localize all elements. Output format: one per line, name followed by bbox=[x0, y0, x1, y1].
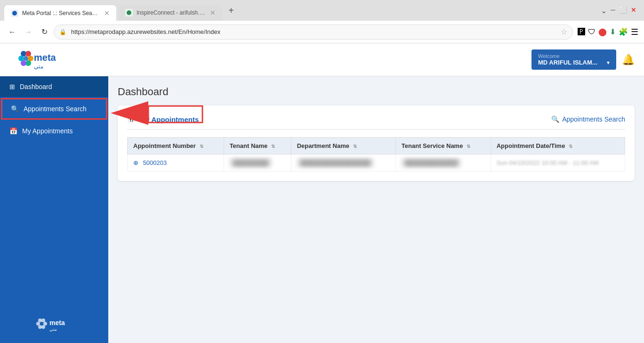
department-name-value: ████████████████ bbox=[297, 158, 374, 167]
sort-icon-4: ⇅ bbox=[569, 144, 572, 149]
sidebar-footer: meta متي bbox=[0, 309, 108, 343]
sidebar-item-my-appointments[interactable]: 📅 My Appointments bbox=[0, 121, 108, 141]
svg-point-18 bbox=[38, 325, 42, 329]
sort-icon-1: ⇅ bbox=[271, 144, 275, 149]
dashboard-icon: ⊞ bbox=[9, 83, 15, 90]
table-header-row: Appointment Number ⇅ Tenant Name ⇅ Depar… bbox=[128, 138, 625, 155]
tab-meta[interactable]: Meta Portal :.: Services Search ✕ bbox=[4, 5, 117, 21]
extensions-icon[interactable]: ⬤ bbox=[598, 27, 607, 36]
app-body: ⊞ Dashboard 🔍 Appointments Search 📅 My A… bbox=[0, 76, 644, 343]
app-logo: meta متي bbox=[9, 47, 66, 73]
lock-icon: 🔒 bbox=[59, 29, 66, 35]
svg-point-8 bbox=[24, 56, 28, 61]
sort-icon-3: ⇅ bbox=[467, 144, 470, 149]
cell-department-name: ████████████████ bbox=[291, 155, 395, 172]
notification-bell[interactable]: 🔔 bbox=[622, 54, 635, 66]
dropdown-chevron: ▾ bbox=[607, 59, 610, 66]
header-right: Welcome MD ARIFUL ISLAM... ▾ 🔔 bbox=[531, 49, 635, 70]
sidebar-footer-logo: meta متي bbox=[33, 317, 75, 335]
svg-point-17 bbox=[41, 325, 45, 329]
appointment-datetime-value: Sun 04/10/2022 10:00 AM - 11:00 AM bbox=[497, 159, 599, 166]
sidebar: ⊞ Dashboard 🔍 Appointments Search 📅 My A… bbox=[0, 76, 108, 343]
svg-point-1 bbox=[127, 10, 131, 15]
tab-bar: Meta Portal :.: Services Search ✕ Inspir… bbox=[0, 0, 644, 21]
app-header: meta متي Welcome MD ARIFUL ISLAM... ▾ 🔔 bbox=[0, 43, 644, 76]
svg-point-16 bbox=[43, 322, 47, 326]
card-header: 📅 My Appointments 🔍 Appointments Search bbox=[127, 115, 625, 130]
col-tenant-name[interactable]: Tenant Name ⇅ bbox=[224, 138, 291, 155]
browser-chrome: Meta Portal :.: Services Search ✕ Inspir… bbox=[0, 0, 644, 43]
browser-minimize[interactable]: ⌄ ─ ⬜ ✕ bbox=[601, 6, 640, 15]
sidebar-appointments-search-label: Appointments Search bbox=[24, 105, 87, 113]
tab-meta-label: Meta Portal :.: Services Search bbox=[22, 10, 98, 16]
browser-actions: 🅿 🛡 ⬤ ⬇ 🧩 ☰ bbox=[578, 27, 638, 37]
sort-icon-2: ⇅ bbox=[353, 144, 357, 149]
appointment-number-value: 5000203 bbox=[143, 159, 167, 166]
card-action-label: Appointments Search bbox=[562, 115, 625, 123]
extensions-menu[interactable]: 🧩 bbox=[619, 27, 628, 36]
search-icon: 🔍 bbox=[11, 105, 19, 113]
welcome-label: Welcome bbox=[538, 53, 610, 59]
bookmark-icon[interactable]: ☆ bbox=[561, 27, 567, 36]
new-tab-button[interactable]: + bbox=[224, 3, 238, 17]
tab-inspire-close[interactable]: ✕ bbox=[210, 9, 216, 16]
tab-inspire-label: InspireConnect - arifulsh.com bbox=[137, 9, 206, 16]
sidebar-item-dashboard[interactable]: ⊞ Dashboard bbox=[0, 76, 108, 97]
user-name: MD ARIFUL ISLAM... bbox=[538, 59, 597, 66]
card-title-label: My Appointments bbox=[140, 115, 199, 123]
pocket-icon[interactable]: 🅿 bbox=[578, 28, 585, 36]
svg-text:meta: meta bbox=[34, 52, 56, 63]
sidebar-dashboard-label: Dashboard bbox=[20, 83, 52, 90]
tenant-service-name-value: ████████████ bbox=[402, 158, 461, 167]
cell-appointment-datetime: Sun 04/10/2022 10:00 AM - 11:00 AM bbox=[491, 155, 625, 172]
address-input[interactable] bbox=[54, 24, 573, 40]
svg-text:متي: متي bbox=[34, 63, 43, 70]
download-icon[interactable]: ⬇ bbox=[610, 27, 616, 36]
sidebar-my-appointments-label: My Appointments bbox=[22, 127, 72, 135]
svg-point-14 bbox=[38, 318, 42, 322]
page-title: Dashboard bbox=[118, 86, 635, 98]
sidebar-nav: ⊞ Dashboard 🔍 Appointments Search 📅 My A… bbox=[0, 76, 108, 141]
svg-point-15 bbox=[41, 318, 45, 322]
table-row: ⊕ 5000203 ████████ ████████████████ ████… bbox=[128, 155, 625, 172]
appointments-table: Appointment Number ⇅ Tenant Name ⇅ Depar… bbox=[127, 137, 625, 172]
cell-appointment-number: ⊕ 5000203 bbox=[128, 155, 224, 172]
svg-point-0 bbox=[12, 11, 17, 16]
sort-icon-0: ⇅ bbox=[200, 144, 203, 149]
col-appointment-number[interactable]: Appointment Number ⇅ bbox=[128, 138, 224, 155]
refresh-button[interactable]: ↻ bbox=[38, 25, 51, 39]
sidebar-item-appointments-search[interactable]: 🔍 Appointments Search bbox=[1, 98, 107, 120]
col-appointment-datetime[interactable]: Appointment Date/Time ⇅ bbox=[491, 138, 625, 155]
cell-tenant-service-name: ████████████ bbox=[395, 155, 491, 172]
col-department-name[interactable]: Department Name ⇅ bbox=[291, 138, 395, 155]
card-action-icon: 🔍 bbox=[551, 115, 559, 123]
svg-text:meta: meta bbox=[49, 319, 65, 327]
svg-point-19 bbox=[36, 322, 40, 326]
address-bar-container: 🔒 ☆ bbox=[54, 24, 573, 40]
calendar-icon: 📅 bbox=[9, 127, 17, 135]
app-container: meta متي Welcome MD ARIFUL ISLAM... ▾ 🔔 bbox=[0, 43, 644, 343]
tab-meta-close[interactable]: ✕ bbox=[104, 9, 110, 17]
tenant-name-value: ████████ bbox=[230, 158, 272, 167]
expand-icon[interactable]: ⊕ bbox=[133, 159, 138, 166]
back-button[interactable]: ← bbox=[6, 25, 19, 39]
tab-meta-favicon bbox=[11, 9, 18, 17]
content-card: 📅 My Appointments 🔍 Appointments Search … bbox=[118, 106, 635, 181]
svg-text:متي: متي bbox=[49, 327, 57, 332]
menu-icon[interactable]: ☰ bbox=[631, 27, 638, 37]
shield-icon[interactable]: 🛡 bbox=[588, 28, 596, 36]
user-dropdown[interactable]: Welcome MD ARIFUL ISLAM... ▾ bbox=[531, 49, 616, 70]
meta-logo-svg: meta متي bbox=[9, 47, 66, 73]
card-title-icon: 📅 bbox=[127, 115, 136, 123]
nav-bar: ← → ↻ 🔒 ☆ 🅿 🛡 ⬤ ⬇ 🧩 ☰ bbox=[0, 21, 644, 43]
forward-button[interactable]: → bbox=[22, 25, 35, 39]
user-name-row: MD ARIFUL ISLAM... ▾ bbox=[538, 59, 610, 66]
tab-inspire-favicon bbox=[125, 9, 133, 16]
main-content: Dashboard 📅 My Appointments 🔍 Appointmen… bbox=[108, 76, 644, 343]
tab-inspire[interactable]: InspireConnect - arifulsh.com ✕ bbox=[119, 5, 222, 21]
card-action-search[interactable]: 🔍 Appointments Search bbox=[551, 115, 625, 123]
col-tenant-service-name[interactable]: Tenant Service Name ⇅ bbox=[395, 138, 491, 155]
cell-tenant-name: ████████ bbox=[224, 155, 291, 172]
card-title: 📅 My Appointments bbox=[127, 115, 199, 123]
